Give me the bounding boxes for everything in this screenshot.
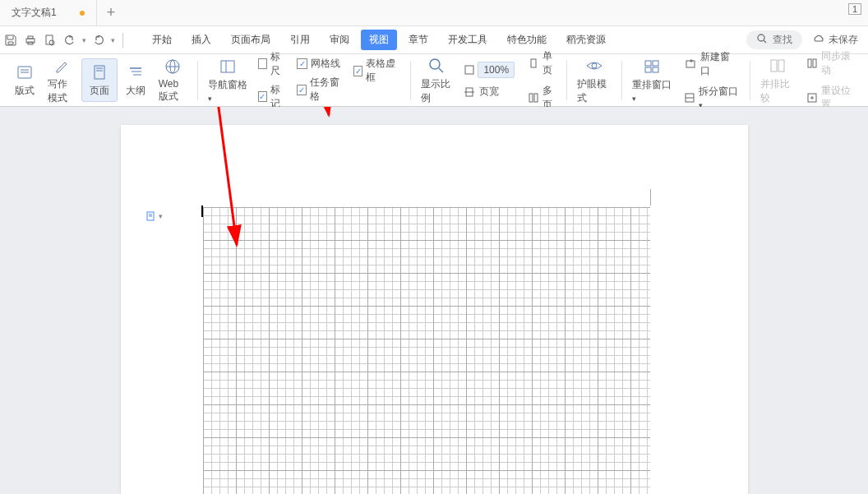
menu-resources[interactable]: 稻壳资源	[558, 30, 614, 50]
window-group: 重排窗口 ▾ 新建窗口 拆分窗口 ▾	[622, 54, 750, 106]
svg-rect-19	[221, 61, 234, 72]
menu-insert[interactable]: 插入	[183, 30, 219, 50]
ribbon: 版式 写作模式 页面 大纲 Web版式 导航窗格 ▾ 标尺	[0, 54, 868, 107]
eye-icon	[584, 56, 604, 76]
margin-marker-icon	[650, 189, 651, 205]
split-window-icon	[684, 91, 695, 104]
task-pane-checkbox[interactable]: ✓ 任务窗格	[297, 76, 344, 104]
svg-rect-23	[465, 66, 473, 74]
writing-mode-button[interactable]: 写作模式	[43, 53, 81, 108]
svg-rect-28	[534, 94, 538, 102]
svg-line-48	[321, 107, 329, 115]
save-icon[interactable]	[3, 33, 18, 48]
new-tab-button[interactable]: +	[97, 4, 126, 21]
titlebar: 文字文稿1 + 1	[0, 0, 868, 26]
show-group: 导航窗格 ▾ 标尺 ✓ 标记 ✓ 网格线 ✓ 任务窗格 ✓	[198, 54, 410, 106]
svg-rect-1	[28, 36, 33, 39]
eye-protect-group: 护眼模式	[567, 54, 621, 106]
chevron-down-icon: ▾	[159, 212, 163, 220]
menu-start[interactable]: 开始	[144, 30, 180, 50]
new-window-button[interactable]: 新建窗口	[681, 48, 741, 80]
view-modes-group: 版式 写作模式 页面 大纲 Web版式	[2, 54, 197, 106]
zoom-small-icon	[463, 63, 476, 76]
checkbox-icon: ✓	[297, 85, 306, 95]
side-by-side-button: 并排比较	[755, 53, 800, 108]
nav-pane-button[interactable]: 导航窗格 ▾	[203, 53, 253, 107]
outline-button[interactable]: 大纲	[118, 59, 154, 101]
writing-mode-icon	[52, 56, 72, 76]
menu-sections[interactable]: 章节	[400, 30, 436, 50]
tab-title: 文字文稿1	[12, 6, 57, 20]
document-tab[interactable]: 文字文稿1	[0, 0, 97, 26]
page-grid	[203, 207, 650, 494]
print-preview-icon[interactable]	[43, 33, 58, 48]
canvas-area[interactable]: ▾	[0, 107, 868, 494]
magnifier-icon	[427, 56, 446, 76]
zoom-button[interactable]: 显示比例	[416, 53, 457, 108]
svg-rect-32	[645, 67, 651, 72]
search-icon	[756, 33, 768, 47]
svg-line-22	[439, 68, 443, 72]
gridlines-checkbox[interactable]: ✓ 网格线	[297, 57, 344, 71]
eye-protect-button[interactable]: 护眼模式	[572, 53, 616, 108]
menu-dev-tools[interactable]: 开发工具	[440, 30, 496, 50]
compare-group: 并排比较 同步滚动 重设位置	[750, 54, 866, 106]
svg-point-29	[592, 63, 597, 68]
redo-icon[interactable]	[91, 33, 106, 48]
svg-point-21	[430, 59, 440, 69]
svg-rect-39	[771, 60, 777, 72]
search-box[interactable]: 查找	[746, 30, 802, 49]
undo-icon[interactable]	[62, 33, 77, 48]
svg-rect-10	[95, 66, 104, 79]
svg-point-5	[758, 35, 764, 41]
page-view-icon	[90, 62, 109, 82]
window-indicator[interactable]: 1	[848, 3, 861, 15]
arrange-button[interactable]: 重排窗口 ▾	[627, 53, 677, 107]
web-view-icon	[163, 57, 182, 76]
nav-pane-icon	[218, 57, 238, 76]
checkbox-icon: ✓	[353, 66, 362, 76]
svg-rect-34	[686, 61, 695, 67]
table-frame-checkbox[interactable]: ✓ 表格虚框	[353, 57, 400, 85]
quick-access-toolbar: ▾ ▾	[3, 33, 134, 48]
zoom-group: 显示比例 100% 页宽 单页 多页	[411, 54, 567, 106]
modified-indicator-icon	[80, 11, 85, 16]
web-view-button[interactable]: Web版式	[154, 53, 192, 107]
svg-rect-27	[529, 94, 533, 102]
menu-view[interactable]: 视图	[361, 30, 397, 50]
checkbox-icon: ✓	[258, 91, 267, 102]
page-options-button[interactable]: ▾	[145, 210, 163, 222]
unsaved-label: 未保存	[829, 33, 858, 47]
zoom-100-button[interactable]: 100%	[459, 60, 518, 80]
text-cursor-icon	[201, 205, 203, 217]
one-page-button[interactable]: 单页	[524, 48, 558, 79]
new-window-icon	[684, 58, 697, 71]
one-page-icon	[528, 57, 539, 70]
separator-icon	[122, 33, 123, 48]
checkbox-icon	[258, 58, 267, 69]
print-icon[interactable]	[23, 33, 38, 48]
sync-scroll-button: 同步滚动	[803, 48, 858, 79]
document-page[interactable]: ▾	[121, 125, 748, 494]
page-view-button[interactable]: 页面	[81, 58, 118, 102]
multi-page-icon	[528, 91, 539, 104]
reading-layout-button[interactable]: 版式	[7, 59, 43, 101]
page-options-icon	[145, 210, 157, 222]
outline-icon	[126, 62, 145, 82]
sync-scroll-icon	[806, 57, 818, 70]
page-width-icon	[463, 85, 476, 99]
page-width-button[interactable]: 页宽	[459, 83, 518, 100]
svg-rect-42	[813, 59, 816, 67]
svg-rect-33	[653, 67, 658, 72]
zoom-value: 100%	[478, 62, 515, 78]
svg-rect-31	[653, 61, 658, 66]
ruler-checkbox[interactable]: 标尺	[258, 50, 288, 78]
search-placeholder: 查找	[773, 33, 792, 47]
svg-rect-26	[531, 59, 536, 67]
arrange-icon	[642, 57, 662, 76]
reading-layout-icon	[15, 62, 35, 82]
svg-rect-41	[808, 59, 811, 67]
svg-line-6	[764, 40, 766, 43]
side-by-side-icon	[768, 56, 787, 76]
menu-review[interactable]: 审阅	[321, 30, 358, 50]
